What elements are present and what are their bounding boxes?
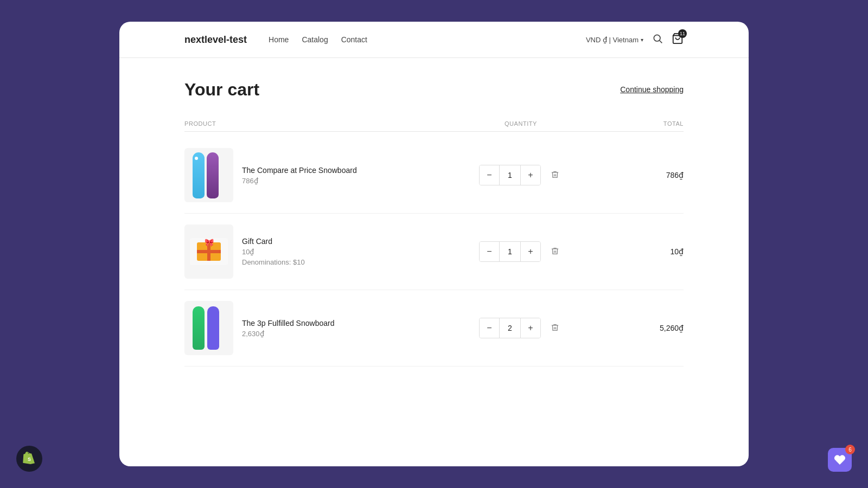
- quantity-wrapper: − +: [467, 165, 575, 185]
- qty-decrease-btn[interactable]: −: [480, 318, 499, 338]
- svg-line-1: [660, 41, 662, 43]
- header-right: VND ₫ | Vietnam ▾ 11: [586, 33, 684, 47]
- wishlist-bubble[interactable]: 6: [828, 448, 852, 472]
- board-right: [207, 152, 219, 198]
- continue-shopping-link[interactable]: Continue shopping: [620, 85, 684, 94]
- shopify-bubble[interactable]: S: [16, 446, 42, 472]
- item-info: The Compare at Price Snowboard 786₫: [184, 148, 467, 202]
- currency-selector[interactable]: VND ₫ | Vietnam ▾: [586, 36, 643, 44]
- site-logo[interactable]: nextlevel-test: [184, 34, 247, 46]
- qty-decrease-btn[interactable]: −: [480, 165, 499, 185]
- col-total-label: TOTAL: [575, 120, 684, 127]
- svg-text:S: S: [28, 457, 31, 462]
- col-product-label: PRODUCT: [184, 120, 467, 127]
- qty-input[interactable]: [499, 242, 521, 261]
- table-row: The 3p Fulfilled Snowboard 2,630₫ − +: [184, 290, 684, 367]
- nav-catalog[interactable]: Catalog: [302, 35, 328, 44]
- cart-badge: 11: [678, 29, 687, 38]
- header: nextlevel-test Home Catalog Contact VND …: [119, 22, 749, 58]
- item-image-giftcard: 🎀: [184, 224, 233, 279]
- table-header: PRODUCT QUANTITY TOTAL: [184, 116, 684, 132]
- chevron-down-icon: ▾: [641, 37, 643, 43]
- heart-icon: [834, 454, 846, 466]
- quantity-wrapper: − +: [467, 318, 575, 338]
- item-price: 2,630₫: [242, 330, 334, 338]
- search-button[interactable]: [652, 33, 663, 46]
- main-nav: Home Catalog Contact: [269, 35, 586, 44]
- cart-content: Your cart Continue shopping PRODUCT QUAN…: [119, 58, 749, 388]
- board-left: [193, 152, 205, 198]
- item-details: The 3p Fulfilled Snowboard 2,630₫: [242, 319, 334, 338]
- shopify-icon: S: [22, 451, 37, 466]
- svg-point-0: [654, 35, 660, 41]
- nav-contact[interactable]: Contact: [341, 35, 367, 44]
- item-name[interactable]: The 3p Fulfilled Snowboard: [242, 319, 334, 328]
- delete-item-btn[interactable]: [547, 320, 563, 337]
- qty-increase-btn[interactable]: +: [521, 242, 540, 261]
- item-details: Gift Card 10₫ Denominations: $10: [242, 237, 305, 266]
- qty-input[interactable]: [499, 318, 521, 338]
- nav-home[interactable]: Home: [269, 35, 289, 44]
- qty-input[interactable]: [499, 165, 521, 185]
- main-card: nextlevel-test Home Catalog Contact VND …: [119, 22, 749, 466]
- item-name[interactable]: Gift Card: [242, 237, 305, 246]
- item-info: 🎀 Gift Card 10₫ Denominations: $10: [184, 224, 467, 279]
- delete-item-btn[interactable]: [547, 243, 563, 260]
- trash-icon: [551, 170, 559, 179]
- item-variant: Denominations: $10: [242, 258, 305, 266]
- qty-increase-btn[interactable]: +: [521, 318, 540, 338]
- item-image-snowboard3p: [184, 301, 233, 355]
- item-total: 786₫: [575, 171, 684, 179]
- search-icon: [652, 33, 663, 44]
- item-total: 10₫: [575, 247, 684, 256]
- item-price: 786₫: [242, 177, 357, 185]
- currency-label: VND ₫ | Vietnam: [586, 36, 639, 44]
- quantity-wrapper: − +: [467, 241, 575, 262]
- item-details: The Compare at Price Snowboard 786₫: [242, 166, 357, 185]
- table-row: The Compare at Price Snowboard 786₫ − +: [184, 137, 684, 214]
- qty-control: − +: [479, 165, 541, 185]
- col-quantity-label: QUANTITY: [467, 120, 575, 127]
- item-image-snowboard1: [184, 148, 233, 202]
- item-info: The 3p Fulfilled Snowboard 2,630₫: [184, 301, 467, 355]
- board3p-right: [207, 306, 219, 350]
- trash-icon: [551, 247, 559, 255]
- item-total: 5,260₫: [575, 324, 684, 332]
- cart-title: Your cart: [184, 80, 259, 100]
- table-row: 🎀 Gift Card 10₫ Denominations: $10 − +: [184, 214, 684, 290]
- item-price: 10₫: [242, 248, 305, 256]
- qty-increase-btn[interactable]: +: [521, 165, 540, 185]
- qty-control: − +: [479, 318, 541, 338]
- qty-control: − +: [479, 241, 541, 262]
- cart-header: Your cart Continue shopping: [184, 80, 684, 100]
- item-name[interactable]: The Compare at Price Snowboard: [242, 166, 357, 175]
- wishlist-badge: 6: [845, 445, 855, 454]
- qty-decrease-btn[interactable]: −: [480, 242, 499, 261]
- delete-item-btn[interactable]: [547, 167, 563, 184]
- cart-icon-wrapper[interactable]: 11: [672, 33, 684, 47]
- board3p-left: [193, 306, 205, 350]
- trash-icon: [551, 323, 559, 332]
